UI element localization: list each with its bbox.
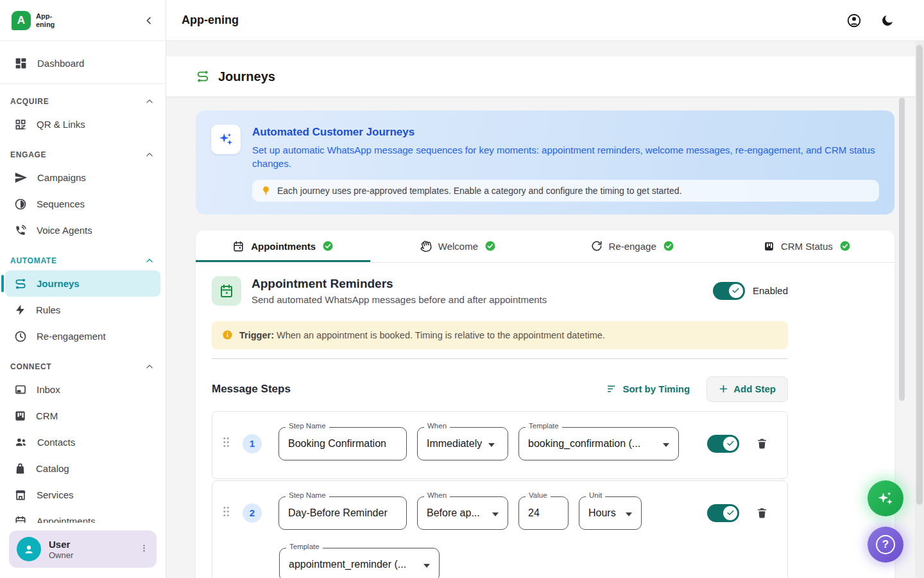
step-name-field[interactable]: Step Name: [278, 427, 407, 460]
step-name-field[interactable]: Step Name: [278, 496, 407, 530]
sidebar-section-connect[interactable]: CONNECT: [0, 357, 166, 376]
chevron-down-icon: [626, 507, 632, 519]
inbox-icon: [14, 383, 27, 396]
chevron-left-icon: [144, 15, 154, 26]
step-card-1: 1 Step Name When Immediately: [212, 411, 788, 479]
sidebar-item-catalog[interactable]: Catalog: [5, 455, 160, 482]
page-header: Journeys: [166, 57, 924, 97]
calendar-icon: [14, 515, 27, 523]
user-info: User Owner: [49, 539, 73, 560]
toggle-check-icon: [729, 284, 743, 298]
check-badge-icon: [663, 240, 674, 252]
step-name-input[interactable]: [288, 438, 397, 450]
sidebar-section-engage[interactable]: ENGAGE: [0, 145, 166, 164]
journey-enabled-toggle[interactable]: [713, 282, 745, 300]
window-scrollbar-track[interactable]: [915, 41, 924, 578]
content-scrollbar-thumb[interactable]: [899, 98, 905, 401]
journey-title: Appointment Reminders: [252, 277, 547, 291]
banner-tip-text: Each journey uses pre-approved templates…: [277, 186, 681, 196]
journey-subtitle: Send automated WhatsApp messages before …: [252, 294, 547, 305]
account-circle-icon[interactable]: [846, 13, 862, 28]
dashboard-icon: [14, 57, 28, 70]
drag-handle-icon[interactable]: [223, 506, 230, 520]
sparkles-icon: [877, 489, 894, 507]
check-badge-icon: [839, 240, 851, 252]
storefront-icon: [14, 489, 27, 502]
sidebar-item-re-engagement[interactable]: Re-engagement: [5, 323, 160, 349]
dark-mode-moon-icon[interactable]: [880, 13, 894, 28]
calendar-icon: [212, 276, 241, 306]
sidebar-header: A App- ening: [0, 0, 166, 41]
route-icon: [196, 69, 210, 83]
toggle-check-icon: [723, 437, 737, 451]
step-enabled-toggle[interactable]: [707, 435, 739, 453]
sidebar-item-journeys[interactable]: Journeys: [5, 270, 160, 297]
sidebar-footer: User Owner: [0, 523, 166, 578]
sidebar-section-acquire[interactable]: ACQUIRE: [0, 92, 166, 111]
help-fab[interactable]: ?: [868, 527, 903, 563]
main-content: Journeys Automated Customer Journeys Set…: [166, 41, 924, 578]
sidebar-item-rules[interactable]: Rules: [5, 297, 160, 323]
sidebar-collapse-button[interactable]: [144, 15, 154, 26]
sort-by-timing-button[interactable]: Sort by Timing: [606, 383, 690, 394]
chevron-down-icon: [663, 438, 669, 450]
kanban-icon: [764, 241, 774, 252]
step-enabled-toggle[interactable]: [707, 504, 739, 522]
tab-appointments[interactable]: Appointments: [196, 231, 370, 262]
sidebar-item-qr-links[interactable]: QR & Links: [5, 111, 160, 137]
info-icon: [222, 329, 233, 340]
step-actions: [707, 435, 777, 453]
chevron-up-icon: [145, 256, 154, 265]
window-scrollbar-thumb[interactable]: [916, 45, 923, 505]
step-row-secondary: Template appointment_reminder (...: [212, 548, 787, 578]
chevron-down-icon: [488, 438, 495, 450]
user-card[interactable]: User Owner: [9, 530, 157, 568]
app-logo-text: App- ening: [36, 12, 55, 28]
toggle-check-icon: [723, 506, 737, 520]
value-field[interactable]: Value: [518, 496, 569, 530]
calendar-icon: [232, 240, 244, 252]
sidebar-item-crm[interactable]: CRM: [5, 403, 160, 429]
step-number-badge: 1: [243, 434, 262, 453]
sidebar-item-voice-agents[interactable]: Voice Agents: [5, 217, 160, 243]
value-input[interactable]: [528, 507, 559, 519]
sidebar-item-contacts[interactable]: Contacts: [5, 429, 160, 455]
sidebar-item-services[interactable]: Services: [5, 482, 160, 508]
sidebar-item-dashboard[interactable]: Dashboard: [5, 49, 160, 77]
send-icon: [14, 171, 28, 184]
appointments-panel: Appointment Reminders Send automated Wha…: [196, 263, 894, 578]
unit-select[interactable]: Unit Hours: [579, 496, 642, 530]
ai-assistant-fab[interactable]: [868, 480, 903, 516]
toggle-label: Enabled: [753, 285, 788, 296]
content-column: Automated Customer Journeys Set up autom…: [196, 110, 894, 578]
sidebar-item-inbox[interactable]: Inbox: [5, 376, 160, 403]
sidebar-item-sequences[interactable]: Sequences: [5, 191, 160, 217]
steps-toolbar: Message Steps Sort by Timing Add Step: [212, 376, 788, 402]
template-select[interactable]: Template appointment_reminder (...: [279, 548, 440, 578]
sidebar-item-appointments[interactable]: Appointments: [5, 508, 160, 523]
banner-title: Automated Customer Journeys: [252, 126, 879, 139]
user-avatar: [17, 537, 41, 561]
banner-description: Set up automatic WhatsApp message sequen…: [252, 143, 879, 171]
sort-icon: [606, 383, 617, 394]
tab-re-engage[interactable]: Re-engage: [545, 231, 720, 262]
sidebar-item-campaigns[interactable]: Campaigns: [5, 164, 160, 191]
step-card-2: 2 Step Name When Before ap...: [212, 480, 788, 578]
step-name-input[interactable]: [288, 507, 397, 519]
template-select[interactable]: Template booking_confirmation (...: [518, 427, 679, 460]
plus-icon: [719, 384, 728, 394]
trash-icon[interactable]: [756, 437, 768, 450]
sidebar-section-automate[interactable]: AUTOMATE: [0, 251, 166, 270]
refresh-icon: [591, 240, 603, 252]
drag-handle-icon[interactable]: [223, 437, 230, 450]
when-select[interactable]: When Before ap...: [417, 496, 508, 530]
add-step-button[interactable]: Add Step: [706, 376, 788, 402]
when-select[interactable]: When Immediately: [417, 427, 508, 460]
chevron-down-icon: [492, 507, 499, 519]
trash-icon[interactable]: [756, 506, 768, 520]
check-badge-icon: [322, 240, 334, 252]
tab-crm-status[interactable]: CRM Status: [720, 231, 894, 262]
kebab-menu-icon[interactable]: [139, 543, 149, 556]
waving-hand-icon: [420, 240, 432, 252]
tab-welcome[interactable]: Welcome: [370, 231, 545, 262]
